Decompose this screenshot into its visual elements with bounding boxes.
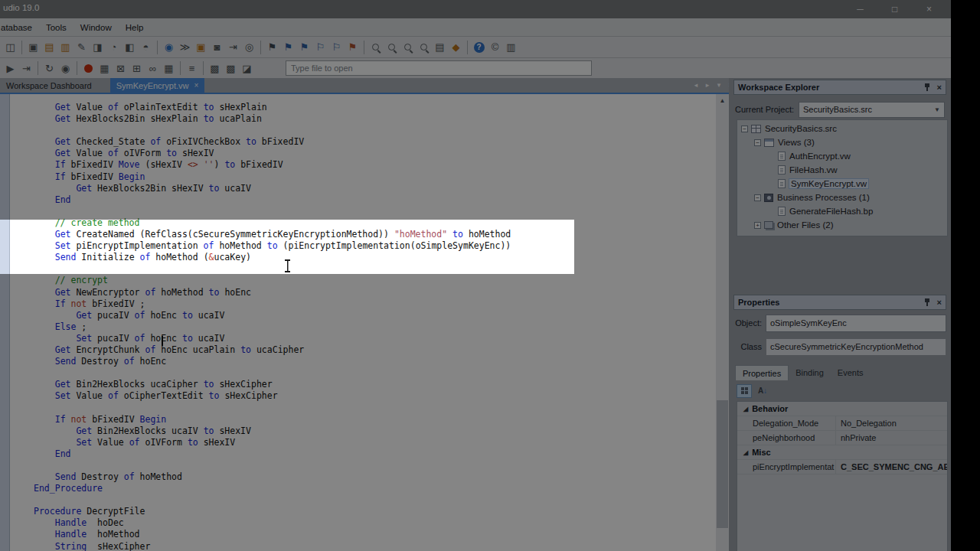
find-next-icon[interactable] bbox=[384, 39, 400, 55]
code-line[interactable]: If bFixedIV Move (sHexIV <> '') to bFixe… bbox=[34, 159, 716, 171]
scroll-tabs-right-icon[interactable]: ▸ bbox=[703, 80, 712, 90]
layout-columns-icon[interactable]: ▥ bbox=[503, 39, 519, 55]
code-line[interactable]: If not bFixedIV Begin bbox=[34, 414, 716, 425]
minimize-button[interactable]: ─ bbox=[843, 0, 877, 18]
properties-tab-binding[interactable]: Binding bbox=[789, 365, 831, 380]
menu-item-tools[interactable]: Tools bbox=[39, 21, 74, 34]
goto-definition-icon[interactable]: ◉ bbox=[161, 39, 177, 55]
collapse-icon[interactable]: − bbox=[741, 126, 748, 132]
memory-icon[interactable]: ▦ bbox=[161, 60, 177, 77]
order-entry-window-icon[interactable]: ▤ bbox=[41, 39, 57, 55]
tree-item-views-3-[interactable]: −Views (3) bbox=[737, 135, 947, 149]
property-category-behavior[interactable]: ◢Behavior bbox=[737, 402, 947, 416]
code-line[interactable]: Send Destroy of hoEnc bbox=[34, 356, 716, 367]
watch-icon[interactable]: ⊠ bbox=[113, 60, 129, 77]
bookmark-last-icon[interactable]: ⚐ bbox=[328, 39, 345, 55]
code-explorer-icon[interactable]: ≫ bbox=[177, 39, 193, 55]
property-row-delegation_mode[interactable]: Delegation_ModeNo_Delegation bbox=[737, 416, 947, 431]
class-palette-icon[interactable]: ◧ bbox=[122, 39, 138, 55]
code-line[interactable] bbox=[34, 206, 716, 217]
code-line[interactable]: Get Checked_State of oFixIVCheckBox to b… bbox=[34, 136, 716, 148]
property-row-peneighborhood[interactable]: peNeighborhoodnhPrivate bbox=[737, 431, 947, 445]
class-reference-icon[interactable]: © bbox=[487, 39, 503, 55]
code-line[interactable]: Get HexBlocks2Bin sHexPlain to ucaPlain bbox=[34, 113, 716, 125]
browse-window-icon[interactable]: ▥ bbox=[57, 39, 74, 55]
tree-item-symkeyencrypt-vw[interactable]: SymKeyEncrypt.vw bbox=[737, 177, 947, 191]
scroll-up-icon[interactable]: ▲ bbox=[716, 94, 729, 106]
lock-icon[interactable]: ◙ bbox=[209, 39, 225, 55]
bookmark-toggle-icon[interactable]: ⚑ bbox=[264, 39, 280, 55]
code-line[interactable]: Get Bin2HexBlocks ucaCipher to sHexCiphe… bbox=[34, 379, 716, 390]
watch-add-icon[interactable]: ⊞ bbox=[129, 60, 145, 77]
outline-icon[interactable]: ≡ bbox=[184, 60, 200, 77]
pin-icon[interactable] bbox=[924, 298, 930, 306]
code-line[interactable]: If not bFixedIV ; bbox=[34, 298, 716, 310]
current-project-combobox[interactable]: SecurityBasics.src ▼ bbox=[799, 102, 945, 118]
code-line[interactable]: // create method bbox=[34, 217, 716, 229]
tools-panel-icon[interactable]: ◪ bbox=[239, 60, 255, 77]
entity-card-icon[interactable]: ▤ bbox=[432, 39, 448, 55]
code-line[interactable]: Set Value of oIVForm to sHexIV bbox=[34, 437, 716, 448]
code-line[interactable]: Procedure DecryptFile bbox=[34, 506, 716, 517]
find-icon[interactable] bbox=[368, 39, 384, 55]
preview-icon[interactable]: ◎ bbox=[241, 39, 257, 55]
run-icon[interactable]: ▶ bbox=[2, 60, 18, 77]
properties-tab-events[interactable]: Events bbox=[831, 365, 871, 380]
tab-symkeyencrypt-vw[interactable]: SymKeyEncrypt.vw× bbox=[110, 78, 205, 93]
print-icon[interactable]: ◫ bbox=[2, 39, 18, 55]
database-icon[interactable]: ◔ bbox=[106, 39, 122, 55]
code-line[interactable] bbox=[34, 367, 716, 379]
editor-code-area[interactable]: Get Value of oPlainTextEdit to sHexPlain… bbox=[10, 94, 716, 551]
code-line[interactable]: Else ; bbox=[34, 321, 716, 333]
property-row-piencryptimplementat[interactable]: piEncryptImplementatC_SEC_SYMENC_CNG_AE bbox=[737, 460, 947, 474]
code-line[interactable]: End bbox=[34, 448, 716, 460]
menu-item-help[interactable]: Help bbox=[119, 21, 151, 34]
code-line[interactable]: String sHexCipher bbox=[34, 541, 716, 551]
code-line[interactable]: Get Value of oPlainTextEdit to sHexPlain bbox=[34, 102, 716, 113]
code-line[interactable] bbox=[34, 402, 716, 413]
quick-open-input[interactable] bbox=[286, 60, 592, 76]
collapse-icon[interactable]: − bbox=[754, 139, 761, 146]
code-line[interactable]: // encrypt bbox=[34, 275, 716, 286]
tree-item-generatefilehash-bp[interactable]: GenerateFileHash.bp bbox=[737, 204, 947, 218]
bookmark-prev-icon[interactable]: ⚑ bbox=[296, 39, 312, 55]
tab-close-icon[interactable]: × bbox=[194, 81, 198, 90]
sort-alphabetical-button[interactable]: A↓ bbox=[755, 384, 770, 398]
step-into-icon[interactable]: ⇥ bbox=[18, 60, 34, 77]
close-button[interactable]: × bbox=[912, 0, 946, 18]
tree-item-authencrypt-vw[interactable]: AuthEncrypt.vw bbox=[737, 149, 947, 163]
code-line[interactable]: Send Destroy of hoMethod bbox=[34, 471, 716, 483]
close-icon[interactable]: × bbox=[937, 298, 942, 307]
tree-item-other-files-2-[interactable]: +Other Files (2) bbox=[737, 218, 947, 232]
code-line[interactable]: Set pucaIV of hoEnc to ucaIV bbox=[34, 333, 716, 344]
code-line[interactable]: Get NewEncryptor of hoMethod to hoEnc bbox=[34, 287, 716, 298]
code-line[interactable]: Get HexBlocks2Bin sHexIV to ucaIV bbox=[34, 183, 716, 194]
code-line[interactable]: Get Bin2HexBlocks ucaIV to sHexIV bbox=[34, 425, 716, 437]
code-line[interactable]: End_Procedure bbox=[34, 483, 716, 494]
help-icon[interactable]: ? bbox=[471, 39, 487, 55]
report-icon[interactable]: ◨ bbox=[90, 39, 106, 55]
dashboard-panel-icon[interactable]: ▩ bbox=[207, 60, 223, 77]
tree-item-filehash-vw[interactable]: FileHash.vw bbox=[737, 163, 947, 177]
code-line[interactable]: Get EncryptChunk of hoEnc ucaPlain to uc… bbox=[34, 344, 716, 356]
menu-item-window[interactable]: Window bbox=[74, 21, 119, 34]
find-previous-icon[interactable] bbox=[400, 39, 416, 55]
code-line[interactable]: Get CreateNamed (RefClass(cSecureSymmetr… bbox=[34, 229, 716, 240]
collapse-icon[interactable]: − bbox=[754, 194, 761, 201]
code-line[interactable]: Get pucaIV of hoEnc to ucaIV bbox=[34, 310, 716, 321]
code-editor[interactable]: Get Value of oPlainTextEdit to sHexPlain… bbox=[0, 94, 733, 551]
bookmark-next-icon[interactable]: ⚑ bbox=[280, 39, 296, 55]
error-list-icon[interactable]: ▣ bbox=[193, 39, 209, 55]
code-line[interactable]: Send Initialize of hoMethod (&ucaKey) bbox=[34, 252, 716, 263]
tab-workspace-dashboard[interactable]: Workspace Dashboard bbox=[0, 78, 98, 93]
property-value[interactable]: No_Delegation bbox=[835, 416, 947, 430]
menu-item-atabase[interactable]: atabase bbox=[0, 21, 39, 34]
scroll-tabs-left-icon[interactable]: ◂ bbox=[691, 80, 701, 90]
code-line[interactable] bbox=[34, 494, 716, 506]
copy-icon[interactable]: ▣ bbox=[25, 39, 41, 55]
property-value[interactable]: C_SEC_SYMENC_CNG_AE bbox=[835, 460, 947, 474]
code-line[interactable]: End bbox=[34, 194, 716, 206]
code-line[interactable] bbox=[34, 263, 716, 275]
tree-item-securitybasics-src[interactable]: −SecurityBasics.src bbox=[737, 122, 947, 135]
code-line[interactable]: Handle hoMethod bbox=[34, 529, 716, 540]
